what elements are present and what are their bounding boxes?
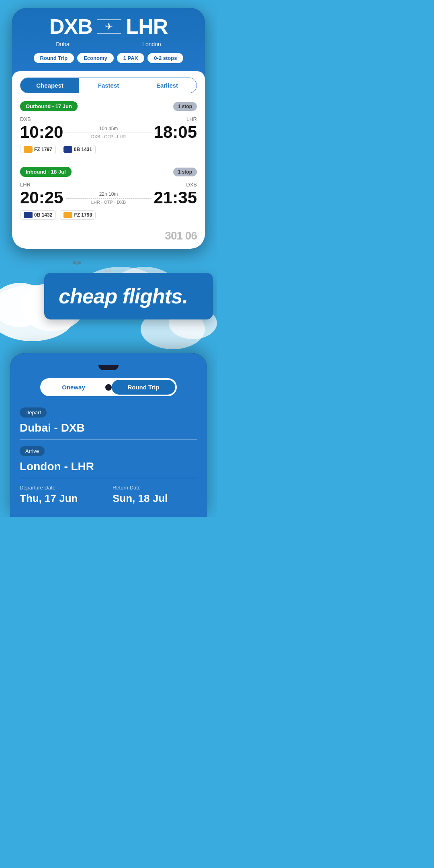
dest-city: London [142, 41, 161, 47]
outbound-arr-time: 18:05 [154, 124, 197, 141]
flight-header: DXB ✈ LHR Dubai London Round Trip Econom… [12, 8, 205, 71]
cheap-flights-text: cheap flights. [59, 284, 199, 308]
outbound-via: DXB - OTP - LHR [91, 134, 126, 139]
inbound-airline-1: 0B 1432 [20, 210, 56, 220]
sort-tabs: Cheapest Fastest Earliest [20, 78, 197, 93]
arrive-value[interactable]: London - LHR [20, 460, 197, 478]
tab-cheapest[interactable]: Cheapest [20, 78, 79, 93]
tab-earliest[interactable]: Earliest [138, 78, 197, 93]
outbound-flight-1: FZ 1797 [34, 147, 52, 152]
inbound-via: LHR - OTP - DXB [91, 200, 126, 205]
inbound-stop-badge: 1 stop [173, 168, 197, 176]
cheap-flights-banner: cheap flights. [44, 273, 213, 319]
blueair-logo-2 [24, 212, 33, 218]
flydubai-logo-2 [63, 212, 72, 218]
inbound-dest-code: DXB [186, 182, 197, 188]
inbound-airline-2: FZ 1798 [60, 210, 96, 220]
depart-value[interactable]: Dubai - DXB [20, 422, 197, 440]
arrive-label: Arrive [20, 446, 45, 456]
inbound-origin-code: LHR [20, 182, 31, 188]
outbound-time-row: 10:20 10h 45m DXB - OTP - LHR 18:05 [20, 124, 197, 141]
inbound-duration: 22h 10m [99, 191, 118, 197]
depart-field[interactable]: Depart Dubai - DXB [20, 407, 197, 440]
inbound-arr-time: 21:35 [154, 189, 197, 206]
tab-fastest[interactable]: Fastest [79, 78, 138, 93]
inbound-dep-time: 20:25 [20, 189, 63, 206]
departure-date-value[interactable]: Thu, 17 Jun [20, 492, 104, 505]
plane-icon: ✈ [97, 19, 121, 34]
bottom-phone: Oneway Round Trip Depart Dubai - DXB Arr… [10, 353, 207, 517]
dest-code: LHR [126, 14, 168, 39]
pill-trip-type[interactable]: Round Trip [34, 53, 74, 63]
outbound-airlines: FZ 1797 0B 1431 [20, 145, 197, 154]
departure-date-label: Departure Date [20, 485, 104, 491]
outbound-badge: Outbound - 17 Jun [20, 101, 78, 111]
price-stub: 301 06 [165, 229, 197, 242]
blueair-logo [63, 146, 72, 153]
outbound-origin-code: DXB [20, 116, 31, 122]
outbound-airline-2: 0B 1431 [60, 145, 96, 154]
results-content: Cheapest Fastest Earliest Outbound - 17 … [12, 71, 205, 249]
outbound-flight-2: 0B 1431 [74, 147, 92, 152]
outbound-duration: 10h 45m [99, 126, 118, 131]
outbound-dest-code: LHR [186, 116, 197, 122]
inbound-section: Inbound - 18 Jul 1 stop LHR DXB 20:25 22… [20, 167, 197, 220]
toggle-dot [105, 384, 112, 391]
return-date-label: Return Date [113, 485, 197, 491]
pill-stops[interactable]: 0-2 stops [147, 53, 183, 63]
outbound-stop-badge: 1 stop [173, 102, 197, 111]
pill-cabin[interactable]: Economy [77, 53, 114, 63]
inbound-badge: Inbound - 18 Jul [20, 167, 72, 177]
origin-city: Dubai [56, 41, 71, 47]
roundtrip-option[interactable]: Round Trip [112, 380, 175, 395]
depart-label: Depart [20, 407, 47, 418]
inbound-flight-2: FZ 1798 [74, 212, 92, 218]
arrive-field[interactable]: Arrive London - LHR [20, 446, 197, 478]
inbound-flight-1: 0B 1432 [34, 212, 52, 218]
trip-type-toggle[interactable]: Oneway Round Trip [40, 378, 177, 396]
outbound-airline-1: FZ 1797 [20, 145, 56, 154]
search-form: Oneway Round Trip Depart Dubai - DXB Arr… [10, 353, 207, 517]
return-date-value[interactable]: Sun, 18 Jul [113, 492, 197, 505]
oneway-option[interactable]: Oneway [42, 380, 105, 395]
return-date-field[interactable]: Return Date Sun, 18 Jul [113, 485, 197, 505]
departure-date-field[interactable]: Departure Date Thu, 17 Jun [20, 485, 104, 505]
top-phone: DXB ✈ LHR Dubai London Round Trip Econom… [12, 8, 205, 249]
dates-row: Departure Date Thu, 17 Jun Return Date S… [20, 485, 197, 505]
outbound-dep-time: 10:20 [20, 124, 63, 141]
inbound-airlines: 0B 1432 FZ 1798 [20, 210, 197, 220]
pill-pax[interactable]: 1 PAX [117, 53, 145, 63]
outbound-section: Outbound - 17 Jun 1 stop DXB LHR 10:20 1… [20, 101, 197, 154]
flydubai-logo [24, 146, 33, 153]
origin-code: DXB [49, 14, 92, 39]
inbound-time-row: 20:25 22h 10m LHR - OTP - DXB 21:35 [20, 189, 197, 206]
phone-notch [98, 365, 119, 370]
